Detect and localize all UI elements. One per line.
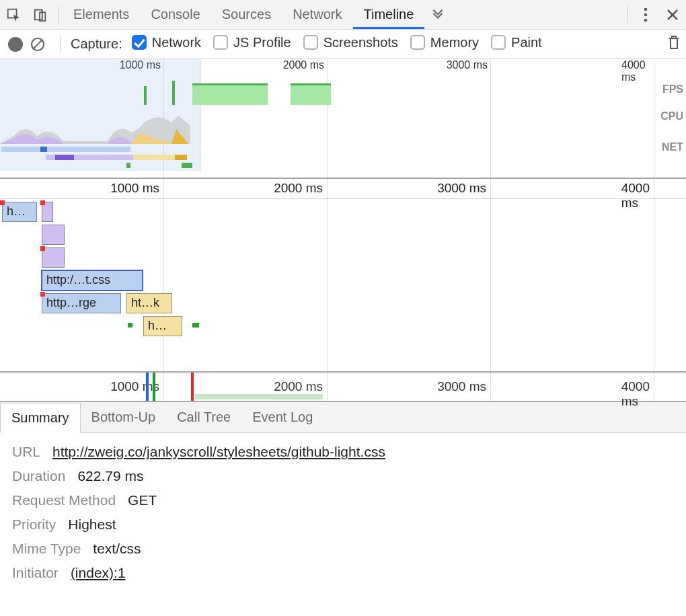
timeline-overview[interactable]: 1000 ms 2000 ms 3000 ms 4000 ms FPS CPU … [0,59,686,179]
summary-label-url: URL [12,444,40,460]
details-tab-bottom-up[interactable]: Bottom-Up [81,402,167,432]
tick: 3000 ms [447,59,490,71]
checkbox-icon [213,35,228,50]
svg-rect-1 [35,9,42,20]
details-tabs: Summary Bottom-Up Call Tree Event Log [0,402,686,433]
network-request-bar[interactable] [42,247,65,268]
toggle-device-toolbar-icon[interactable] [27,0,54,30]
inspect-element-icon[interactable] [0,0,27,30]
tab-network[interactable]: Network [282,0,352,29]
panel-tabs: Elements Console Sources Network Timelin… [63,0,424,29]
timeline-marker-ruler[interactable]: 1000 ms 2000 ms 3000 ms 4000 ms [0,373,686,402]
summary-label-method: Request Method [12,492,116,508]
capture-option-screenshots[interactable]: Screenshots [303,35,398,50]
summary-url-link[interactable]: http://zweig.co/jankyscroll/stylesheets/… [52,444,385,460]
close-icon[interactable] [659,0,686,30]
event-marker [191,373,194,401]
summary-method: GET [128,492,157,508]
tick: 4000 ms [621,181,654,210]
network-request-bar[interactable]: h… [2,202,37,222]
checkbox-icon [303,35,318,50]
tick: 1000 ms [110,379,163,394]
capture-toolbar: Capture: NetworkJS ProfileScreenshotsMem… [0,30,686,59]
network-request-bar[interactable]: http:/…t.css [42,270,143,291]
capture-option-memory[interactable]: Memory [410,35,479,50]
summary-initiator-link[interactable]: (index):1 [71,565,126,581]
svg-point-5 [644,18,648,22]
summary-label-priority: Priority [12,516,56,533]
details-tab-call-tree[interactable]: Call Tree [166,402,241,432]
svg-point-4 [644,13,648,16]
tick: 4000 ms [621,379,654,409]
tick: 1000 ms [110,181,163,196]
timing-marker [128,323,132,328]
summary-mime: text/css [93,541,141,557]
tab-console[interactable]: Console [140,0,211,29]
tick: 2000 ms [274,181,327,196]
tab-timeline[interactable]: Timeline [353,0,425,29]
network-request-bar[interactable]: ht…k [126,293,172,313]
timing-marker [194,323,199,328]
event-marker [146,373,149,401]
summary-duration: 622.79 ms [77,468,143,484]
details-tab-event-log[interactable]: Event Log [241,402,323,432]
event-marker [153,373,155,401]
divider [58,6,59,24]
clear-icon[interactable] [30,36,46,52]
summary-label-duration: Duration [12,468,65,484]
summary-label-mime: Mime Type [12,541,81,557]
svg-point-3 [644,7,648,11]
timeline-flame-chart[interactable]: 1000 ms 2000 ms 3000 ms 4000 ms h…http:/… [0,179,686,373]
summary-label-initiator: Initiator [12,565,59,581]
tick: 2000 ms [274,379,327,394]
priority-indicator [40,246,45,251]
kebab-menu-icon[interactable] [632,0,659,30]
checkbox-icon [132,35,147,50]
devtools-toolbar: Elements Console Sources Network Timelin… [0,0,686,30]
priority-indicator [0,200,5,205]
divider [627,6,628,24]
details-tab-summary[interactable]: Summary [0,403,81,433]
summary-panel: URLhttp://zweig.co/jankyscroll/styleshee… [0,433,686,592]
tick: 3000 ms [437,181,490,196]
divider [61,36,61,53]
more-tabs-icon[interactable] [424,6,451,24]
tab-elements[interactable]: Elements [63,0,140,29]
tick: 2000 ms [283,59,327,71]
checkbox-icon [491,35,506,50]
record-button[interactable] [8,37,23,52]
network-request-bar[interactable]: h… [143,316,182,336]
checkbox-icon [410,35,425,50]
trash-icon[interactable] [669,35,679,53]
priority-indicator [40,292,45,297]
summary-priority: Highest [68,516,116,533]
tick: 3000 ms [437,379,490,394]
network-request-bar[interactable] [42,225,65,245]
tab-sources[interactable]: Sources [211,0,282,29]
priority-indicator [40,200,45,205]
capture-option-network[interactable]: Network [132,35,201,50]
capture-option-js-profile[interactable]: JS Profile [213,35,291,50]
capture-option-paint[interactable]: Paint [491,35,542,50]
network-request-bar[interactable]: http…rge [42,293,121,313]
capture-label: Capture: [71,36,122,52]
